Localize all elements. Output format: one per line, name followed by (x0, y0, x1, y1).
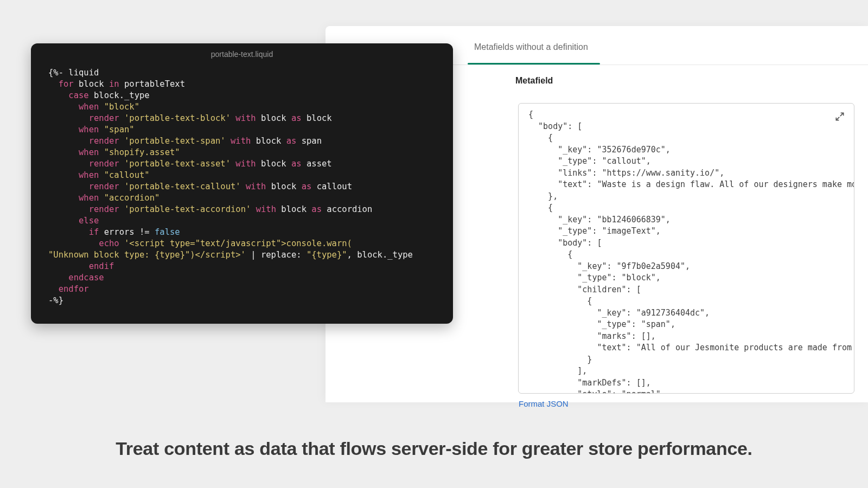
caption-text: Treat content as data that flows server-… (0, 438, 868, 459)
format-json-link[interactable]: Format JSON (519, 399, 569, 408)
tab-metafields-without-definition[interactable]: Metafields without a definition (474, 42, 588, 60)
metafield-heading: Metafield (515, 76, 553, 86)
json-content[interactable]: { "body": [ { "_key": "352676de970c", "_… (519, 104, 854, 394)
code-editor-body[interactable]: {%- liquid for block in portableText cas… (31, 59, 453, 315)
code-editor-filename: portable-text.liquid (31, 43, 453, 59)
expand-icon[interactable] (834, 111, 845, 122)
code-editor-card: portable-text.liquid {%- liquid for bloc… (31, 43, 453, 324)
json-viewer-card: { "body": [ { "_key": "352676de970c", "_… (518, 103, 854, 394)
tab-strip: Metafields without a definition (474, 42, 588, 60)
